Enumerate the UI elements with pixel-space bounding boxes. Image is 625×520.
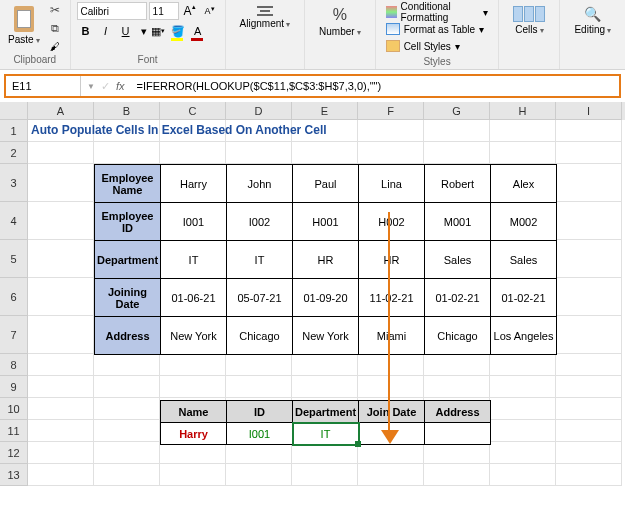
table-cell[interactable]: 01-02-21 (491, 279, 557, 317)
row-header[interactable]: 6 (0, 278, 28, 316)
row-header[interactable]: 9 (0, 376, 28, 398)
name-box-dropdown-icon[interactable]: ▼ (87, 82, 95, 91)
cut-button[interactable] (46, 2, 64, 18)
table-cell[interactable]: Paul (293, 165, 359, 203)
table-cell[interactable]: IT (227, 241, 293, 279)
table-cell[interactable]: New York (293, 317, 359, 355)
formula-input[interactable]: =IFERROR(HLOOKUP($C$11,$C$3:$H$7,3,0),""… (130, 76, 619, 96)
align-icon[interactable] (257, 6, 273, 16)
table-cell[interactable]: M002 (491, 203, 557, 241)
table-cell[interactable]: Miami (359, 317, 425, 355)
lookup-header[interactable]: ID (227, 401, 293, 423)
cell-styles-button[interactable]: Cell Styles▾ (386, 38, 489, 54)
cells-icon[interactable] (513, 6, 545, 22)
row-header[interactable]: 8 (0, 354, 28, 376)
font-color-button[interactable]: A (189, 22, 207, 40)
conditional-formatting-button[interactable]: Conditional Formatting▾ (386, 4, 489, 20)
table-header[interactable]: Joining Date (95, 279, 161, 317)
decrease-font-button[interactable] (201, 2, 219, 20)
col-header[interactable]: F (358, 102, 424, 120)
font-name-select[interactable] (77, 2, 147, 20)
row-header[interactable]: 10 (0, 398, 28, 420)
table-cell[interactable]: H001 (293, 203, 359, 241)
lookup-header[interactable]: Department (293, 401, 359, 423)
paste-button[interactable]: Paste (6, 2, 42, 47)
lookup-header[interactable]: Name (161, 401, 227, 423)
table-cell[interactable]: 01-06-21 (161, 279, 227, 317)
row-header[interactable]: 4 (0, 202, 28, 240)
table-cell[interactable]: Sales (491, 241, 557, 279)
table-cell[interactable]: Chicago (425, 317, 491, 355)
fill-handle[interactable] (355, 441, 361, 447)
table-cell[interactable]: New York (161, 317, 227, 355)
col-header[interactable]: I (556, 102, 622, 120)
format-painter-button[interactable] (46, 38, 64, 54)
col-header[interactable]: B (94, 102, 160, 120)
table-cell[interactable]: IT (161, 241, 227, 279)
alignment-group: Alignment (226, 0, 305, 69)
lookup-header[interactable]: Address (425, 401, 491, 423)
table-header[interactable]: Department (95, 241, 161, 279)
table-cell[interactable]: Sales (425, 241, 491, 279)
table-cell[interactable]: Harry (161, 165, 227, 203)
border-button[interactable]: ▦▾ (149, 22, 167, 40)
paste-label: Paste (8, 34, 40, 45)
select-all-corner[interactable] (0, 102, 28, 120)
table-cell[interactable]: H002 (359, 203, 425, 241)
lookup-result-cell[interactable]: I001 (227, 423, 293, 445)
table-cell[interactable]: Chicago (227, 317, 293, 355)
copy-button[interactable] (46, 20, 64, 36)
table-cell[interactable]: M001 (425, 203, 491, 241)
lookup-cell[interactable] (425, 423, 491, 445)
table-header[interactable]: Address (95, 317, 161, 355)
fx-button[interactable]: fx (116, 80, 125, 92)
col-header[interactable]: D (226, 102, 292, 120)
col-header[interactable]: G (424, 102, 490, 120)
fill-color-button[interactable]: 🪣 (169, 22, 187, 40)
cell-grid[interactable]: Auto Populate Cells In Excel Based On An… (28, 120, 625, 486)
font-size-select[interactable] (149, 2, 179, 20)
table-cell[interactable]: 01-02-21 (425, 279, 491, 317)
active-cell[interactable]: IT (293, 423, 359, 445)
bold-button[interactable]: B (77, 22, 95, 40)
number-group: Number (305, 0, 376, 69)
table-header[interactable]: Employee ID (95, 203, 161, 241)
table-header[interactable]: Employee Name (95, 165, 161, 203)
row-header[interactable]: 13 (0, 464, 28, 486)
col-header[interactable]: E (292, 102, 358, 120)
table-cell[interactable]: Robert (425, 165, 491, 203)
font-group: B I U ▾ ▦▾ 🪣 A Font (71, 0, 226, 69)
row-header[interactable]: 5 (0, 240, 28, 278)
table-cell[interactable]: I001 (161, 203, 227, 241)
table-cell[interactable]: Los Angeles (491, 317, 557, 355)
table-cell[interactable]: Lina (359, 165, 425, 203)
col-header[interactable]: A (28, 102, 94, 120)
percent-icon[interactable] (333, 6, 347, 24)
table-cell[interactable]: John (227, 165, 293, 203)
col-header[interactable]: H (490, 102, 556, 120)
table-cell[interactable]: HR (293, 241, 359, 279)
underline-button[interactable]: U (117, 22, 135, 40)
table-cell[interactable]: 01-09-20 (293, 279, 359, 317)
row-header[interactable]: 7 (0, 316, 28, 354)
row-header[interactable]: 11 (0, 420, 28, 442)
row-header[interactable]: 12 (0, 442, 28, 464)
styles-group-label: Styles (382, 56, 493, 69)
name-box[interactable]: E11 (6, 76, 81, 96)
worksheet: A B C D E F G H I 1 2 3 4 5 6 7 8 9 10 1… (0, 102, 625, 486)
row-header[interactable]: 1 (0, 120, 28, 142)
col-header[interactable]: C (160, 102, 226, 120)
lookup-header[interactable]: Join Date (359, 401, 425, 423)
row-header[interactable]: 3 (0, 164, 28, 202)
italic-button[interactable]: I (97, 22, 115, 40)
table-cell[interactable]: HR (359, 241, 425, 279)
format-as-table-button[interactable]: Format as Table▾ (386, 21, 489, 37)
table-cell[interactable]: I002 (227, 203, 293, 241)
lookup-name-cell[interactable]: Harry (161, 423, 227, 445)
find-icon[interactable] (584, 6, 601, 22)
table-cell[interactable]: 11-02-21 (359, 279, 425, 317)
table-cell[interactable]: Alex (491, 165, 557, 203)
increase-font-button[interactable] (181, 2, 199, 20)
row-header[interactable]: 2 (0, 142, 28, 164)
table-cell[interactable]: 05-07-21 (227, 279, 293, 317)
